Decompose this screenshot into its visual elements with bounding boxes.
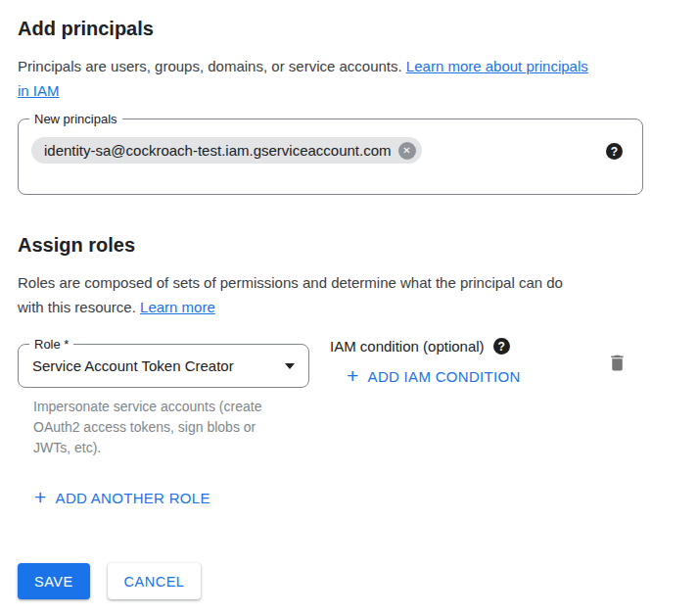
add-another-role-button[interactable]: + ADD ANOTHER ROLE [34,489,210,506]
role-helper-text: Impersonate service accounts (create OAu… [33,397,273,458]
new-principals-field[interactable]: New principals identity-sa@cockroach-tes… [18,118,643,195]
plus-icon: + [34,489,47,506]
role-select[interactable]: Role * Service Account Token Creator [18,344,309,388]
iam-condition-column: IAM condition (optional) ? + ADD IAM CON… [330,338,521,387]
principals-intro-text: Principals are users, groups, domains, o… [18,54,664,103]
save-button[interactable]: SAVE [18,563,90,599]
role-column: Role * Service Account Token Creator Imp… [18,344,309,458]
learn-more-link[interactable]: Learn more [140,299,215,315]
footer-actions: SAVE CANCEL [18,563,698,599]
add-principals-panel: Add principals Principals are users, gro… [0,0,698,599]
intro-text: Principals are users, groups, domains, o… [18,58,402,74]
iam-condition-label: IAM condition (optional) [330,338,485,355]
chip-remove-icon[interactable]: ✕ [398,142,416,160]
role-value: Service Account Token Creator [32,357,234,374]
assign-roles-title: Assign roles [18,233,698,257]
trash-icon [607,353,628,373]
principal-chip[interactable]: identity-sa@cockroach-test.iam.gservicea… [31,137,422,164]
iam-condition-help-icon[interactable]: ? [493,338,510,355]
caret-down-icon [285,363,295,369]
roles-intro-text: Roles are composed of sets of permission… [18,270,664,319]
cancel-button[interactable]: CANCEL [108,563,202,599]
role-label: Role * [29,336,73,353]
page-title: Add principals [18,17,698,40]
add-iam-condition-button[interactable]: + ADD IAM CONDITION [347,367,521,385]
role-row: Role * Service Account Token Creator Imp… [18,344,643,458]
plus-icon: + [347,367,359,385]
principal-chip-label: identity-sa@cockroach-test.iam.gservicea… [44,137,392,164]
new-principals-label: New principals [29,111,122,127]
delete-role-button[interactable] [607,353,628,373]
principals-help-icon[interactable]: ? [606,143,623,160]
